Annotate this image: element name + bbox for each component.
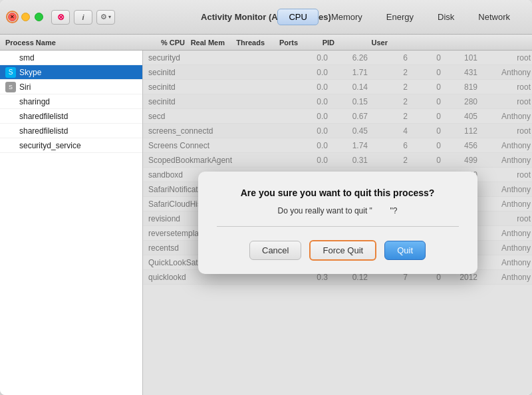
list-item[interactable]: sharedfilelistd [0,124,142,138]
tab-disk[interactable]: Disk [426,9,466,25]
cancel-button[interactable]: Cancel [249,241,301,260]
maximize-button[interactable] [35,13,43,21]
tab-energy[interactable]: Energy [375,9,425,25]
right-panel: securityd 0.0 6.26 6 0 101 root secinitd… [143,51,532,395]
window-controls: ✕ [8,13,43,21]
process-name: smd [19,53,35,63]
process-name: sharedfilelistd [19,126,68,136]
process-icon [5,126,16,136]
dialog-divider [217,226,459,227]
list-item[interactable]: sharedfilelistd [0,109,142,124]
titlebar: ✕ ⊗ i ⚙ ▾ Activity Monitor (All Processe… [0,0,532,35]
process-name: sharedfilelistd [19,112,68,121]
column-header-memory[interactable]: Real Mem [185,39,225,47]
close-button[interactable]: ✕ [8,13,17,21]
column-header-process[interactable]: Process Name [5,39,145,47]
dialog-title: Are you sure you want to quit this proce… [217,188,459,198]
main-window: ✕ ⊗ i ⚙ ▾ Activity Monitor (All Processe… [0,0,532,395]
tab-network[interactable]: Network [467,9,521,25]
gear-dropdown-arrow: ▾ [108,14,111,20]
gear-button[interactable]: ⚙ ▾ [96,10,115,25]
toolbar-icons: ⊗ i ⚙ ▾ [51,10,115,25]
tab-bar: CPU Memory Energy Disk Network [277,9,521,25]
column-header-pid[interactable]: PID [298,39,334,47]
process-icon [5,96,16,107]
process-icon [5,53,16,63]
gear-icon: ⚙ [100,13,107,21]
process-name: securityd_service [19,141,81,150]
process-list[interactable]: smd S Skype S Siri sharingd sharedfileli… [0,51,143,395]
minimize-button[interactable] [21,13,30,21]
list-item[interactable]: S Siri [0,80,142,94]
column-header-threads[interactable]: Threads [225,39,265,47]
quit-dialog: Are you sure you want to quit this proce… [198,172,477,274]
force-quit-button[interactable]: Force Quit [309,240,376,261]
tab-cpu[interactable]: CPU [277,9,318,25]
list-item[interactable]: sharingd [0,94,142,109]
process-icon [5,111,16,122]
dialog-subtitle: Do you really want to quit " "? [217,206,459,215]
process-icon: S [5,82,16,92]
dialog-buttons: Cancel Force Quit Quit [217,240,459,261]
stop-process-button[interactable]: ⊗ [51,10,70,25]
list-item[interactable]: securityd_service [0,138,142,153]
info-button[interactable]: i [74,10,92,25]
list-item[interactable]: smd [0,51,142,65]
column-header-cpu[interactable]: % CPU [145,39,185,47]
dialog-overlay: Are you sure you want to quit this proce… [143,51,532,395]
process-name: Siri [19,82,31,92]
quit-button[interactable]: Quit [384,241,426,260]
process-name: sharingd [19,97,50,106]
columns-header: Process Name % CPU Real Mem Threads Port… [0,35,532,51]
process-icon: S [5,67,16,78]
column-header-user[interactable]: User [334,39,388,47]
column-header-ports[interactable]: Ports [265,39,298,47]
process-icon [5,140,16,151]
list-item[interactable]: S Skype [0,65,142,80]
process-name: Skype [19,68,41,77]
tab-memory[interactable]: Memory [320,9,374,25]
main-content: smd S Skype S Siri sharingd sharedfileli… [0,51,532,395]
